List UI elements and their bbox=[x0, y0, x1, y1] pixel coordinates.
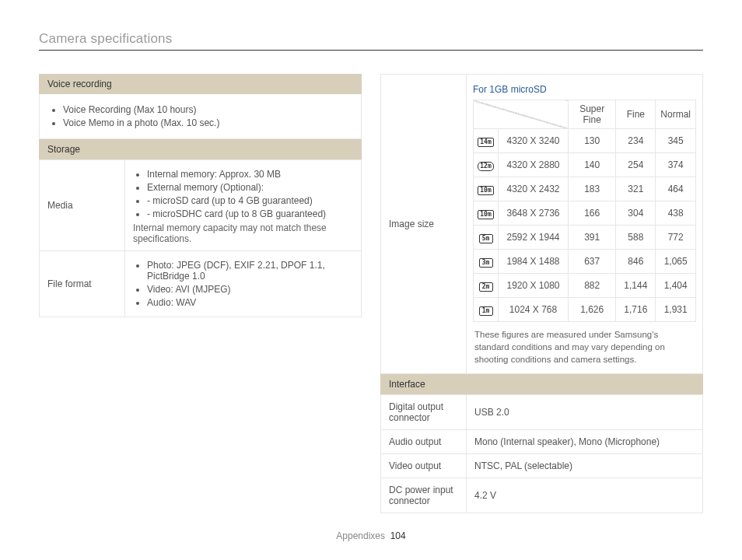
value: 1,716 bbox=[616, 298, 656, 322]
voice-recording-item: Voice Recording (Max 10 hours) bbox=[63, 104, 350, 115]
storage-table: Media Internal memory: Approx. 30 MB Ext… bbox=[39, 159, 362, 317]
interface-table: Digital output connector USB 2.0 Audio o… bbox=[380, 394, 703, 513]
interface-row-value: 4.2 V bbox=[467, 478, 703, 513]
value: 438 bbox=[656, 201, 696, 226]
right-column: Image size For 1GB microSD Super Fine Fi… bbox=[380, 74, 703, 513]
interface-row-label: Video output bbox=[381, 454, 467, 478]
table-row: 5m 2592 X 1944 391 588 772 bbox=[474, 226, 696, 250]
media-value: Internal memory: Approx. 30 MB External … bbox=[125, 160, 362, 251]
page-title: Camera specifications bbox=[39, 31, 703, 51]
value: 374 bbox=[656, 153, 696, 177]
value: 130 bbox=[569, 129, 616, 153]
resolution-icon: 2m bbox=[479, 282, 493, 292]
col-fine: Fine bbox=[616, 100, 656, 129]
voice-recording-block: Voice Recording (Max 10 hours) Voice Mem… bbox=[39, 94, 362, 139]
file-format-item: Audio: WAV bbox=[147, 297, 353, 308]
resolution: 3648 X 2736 bbox=[499, 201, 569, 226]
value: 234 bbox=[616, 129, 656, 153]
value: 1,404 bbox=[656, 274, 696, 298]
col-normal: Normal bbox=[656, 100, 696, 129]
table-row: 10m 3648 X 2736 166 304 438 bbox=[474, 201, 696, 226]
col-super-fine: Super Fine bbox=[569, 100, 616, 129]
image-size-footnote: These figures are measured under Samsung… bbox=[473, 322, 696, 369]
value: 464 bbox=[656, 177, 696, 201]
footer-page-number: 104 bbox=[390, 530, 406, 541]
image-size-label: Image size bbox=[381, 75, 467, 374]
media-note: Internal memory capacity may not match t… bbox=[133, 222, 353, 244]
image-size-subtable: Super Fine Fine Normal 14m 4320 X 3240 1… bbox=[473, 100, 696, 322]
left-column: Voice recording Voice Recording (Max 10 … bbox=[39, 74, 362, 513]
interface-row-value: NTSC, PAL (selectable) bbox=[467, 454, 703, 478]
diag-cell bbox=[474, 100, 569, 129]
value: 166 bbox=[569, 201, 616, 226]
interface-header: Interface bbox=[380, 374, 703, 394]
table-row: 14m 4320 X 3240 130 234 345 bbox=[474, 129, 696, 153]
file-format-item: Photo: JPEG (DCF), EXIF 2.21, DPOF 1.1, … bbox=[147, 260, 353, 282]
storage-header: Storage bbox=[39, 139, 362, 159]
value: 1,065 bbox=[656, 250, 696, 274]
file-format-label: File format bbox=[40, 251, 125, 317]
resolution: 1920 X 1080 bbox=[499, 274, 569, 298]
resolution-icon: 10m bbox=[478, 186, 493, 195]
file-format-item: Video: AVI (MJPEG) bbox=[147, 284, 353, 295]
table-row: 2m 1920 X 1080 882 1,144 1,404 bbox=[474, 274, 696, 298]
value: 882 bbox=[569, 274, 616, 298]
resolution-icon: 1m bbox=[479, 306, 493, 316]
table-row: 10m 4320 X 2432 183 321 464 bbox=[474, 177, 696, 201]
interface-row-label: Audio output bbox=[381, 430, 467, 454]
value: 637 bbox=[569, 250, 616, 274]
value: 1,626 bbox=[569, 298, 616, 322]
voice-recording-header: Voice recording bbox=[39, 74, 362, 94]
file-format-value: Photo: JPEG (DCF), EXIF 2.21, DPOF 1.1, … bbox=[125, 251, 362, 317]
value: 304 bbox=[616, 201, 656, 226]
resolution: 1024 X 768 bbox=[499, 298, 569, 322]
resolution: 4320 X 2880 bbox=[499, 153, 569, 177]
resolution-icon: 5m bbox=[479, 234, 493, 243]
value: 254 bbox=[616, 153, 656, 177]
image-size-content: For 1GB microSD Super Fine Fine Normal 1… bbox=[467, 75, 703, 374]
interface-row-value: Mono (Internal speaker), Mono (Microphon… bbox=[467, 430, 703, 454]
value: 321 bbox=[616, 177, 656, 201]
media-sub-item: microSDHC card (up to 8 GB guaranteed) bbox=[147, 208, 353, 219]
value: 1,931 bbox=[656, 298, 696, 322]
page-footer: Appendixes 104 bbox=[0, 530, 742, 541]
table-row: 3m 1984 X 1488 637 846 1,065 bbox=[474, 250, 696, 274]
table-row: 12m 4320 X 2880 140 254 374 bbox=[474, 153, 696, 177]
interface-row-label: DC power input connector bbox=[381, 478, 467, 513]
content-columns: Voice recording Voice Recording (Max 10 … bbox=[39, 74, 703, 513]
media-item: Internal memory: Approx. 30 MB bbox=[147, 169, 353, 180]
footer-section: Appendixes bbox=[336, 530, 385, 541]
value: 183 bbox=[569, 177, 616, 201]
resolution: 4320 X 3240 bbox=[499, 129, 569, 153]
media-sub-item: microSD card (up to 4 GB guaranteed) bbox=[147, 195, 353, 206]
microsd-title: For 1GB microSD bbox=[473, 79, 696, 100]
voice-recording-item: Voice Memo in a photo (Max. 10 sec.) bbox=[63, 117, 350, 128]
resolution-icon: 14m bbox=[478, 138, 493, 147]
media-item: External memory (Optional): bbox=[147, 182, 353, 193]
value: 345 bbox=[656, 129, 696, 153]
resolution: 2592 X 1944 bbox=[499, 226, 569, 250]
value: 772 bbox=[656, 226, 696, 250]
media-label: Media bbox=[40, 160, 125, 251]
interface-row-label: Digital output connector bbox=[381, 395, 467, 430]
table-row: 1m 1024 X 768 1,626 1,716 1,931 bbox=[474, 298, 696, 322]
value: 846 bbox=[616, 250, 656, 274]
value: 588 bbox=[616, 226, 656, 250]
image-size-table: Image size For 1GB microSD Super Fine Fi… bbox=[380, 74, 703, 374]
interface-row-value: USB 2.0 bbox=[467, 395, 703, 430]
resolution-icon: 3m bbox=[479, 258, 493, 268]
value: 1,144 bbox=[616, 274, 656, 298]
resolution: 4320 X 2432 bbox=[499, 177, 569, 201]
value: 391 bbox=[569, 226, 616, 250]
resolution-icon: 12m bbox=[478, 162, 493, 171]
resolution: 1984 X 1488 bbox=[499, 250, 569, 274]
resolution-icon: 10m bbox=[478, 210, 493, 219]
value: 140 bbox=[569, 153, 616, 177]
